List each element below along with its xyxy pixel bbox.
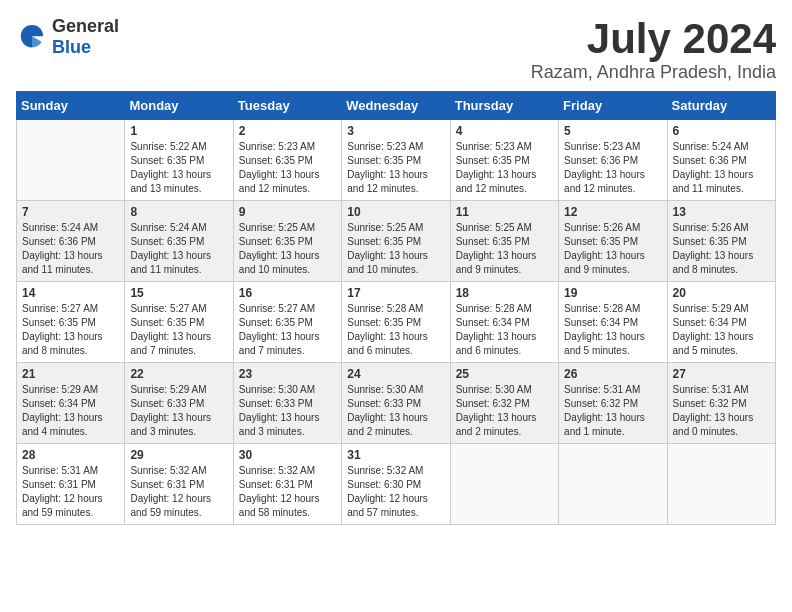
calendar-cell: 11Sunrise: 5:25 AMSunset: 6:35 PMDayligh… bbox=[450, 201, 558, 282]
day-info: Sunrise: 5:27 AMSunset: 6:35 PMDaylight:… bbox=[22, 302, 119, 358]
calendar-body: 1Sunrise: 5:22 AMSunset: 6:35 PMDaylight… bbox=[17, 120, 776, 525]
logo: General Blue bbox=[16, 16, 119, 58]
day-info: Sunrise: 5:30 AMSunset: 6:32 PMDaylight:… bbox=[456, 383, 553, 439]
calendar-cell bbox=[559, 444, 667, 525]
day-number: 13 bbox=[673, 205, 770, 219]
day-info: Sunrise: 5:24 AMSunset: 6:36 PMDaylight:… bbox=[22, 221, 119, 277]
day-info: Sunrise: 5:24 AMSunset: 6:36 PMDaylight:… bbox=[673, 140, 770, 196]
calendar-cell: 16Sunrise: 5:27 AMSunset: 6:35 PMDayligh… bbox=[233, 282, 341, 363]
calendar-cell: 9Sunrise: 5:25 AMSunset: 6:35 PMDaylight… bbox=[233, 201, 341, 282]
logo-blue: Blue bbox=[52, 37, 91, 57]
calendar-cell: 24Sunrise: 5:30 AMSunset: 6:33 PMDayligh… bbox=[342, 363, 450, 444]
day-number: 6 bbox=[673, 124, 770, 138]
day-info: Sunrise: 5:25 AMSunset: 6:35 PMDaylight:… bbox=[239, 221, 336, 277]
day-number: 16 bbox=[239, 286, 336, 300]
day-number: 21 bbox=[22, 367, 119, 381]
day-number: 30 bbox=[239, 448, 336, 462]
day-number: 9 bbox=[239, 205, 336, 219]
calendar-cell: 27Sunrise: 5:31 AMSunset: 6:32 PMDayligh… bbox=[667, 363, 775, 444]
day-number: 14 bbox=[22, 286, 119, 300]
title-block: July 2024 Razam, Andhra Pradesh, India bbox=[531, 16, 776, 83]
day-number: 15 bbox=[130, 286, 227, 300]
calendar-cell: 10Sunrise: 5:25 AMSunset: 6:35 PMDayligh… bbox=[342, 201, 450, 282]
main-title: July 2024 bbox=[531, 16, 776, 62]
calendar-cell: 2Sunrise: 5:23 AMSunset: 6:35 PMDaylight… bbox=[233, 120, 341, 201]
day-info: Sunrise: 5:28 AMSunset: 6:35 PMDaylight:… bbox=[347, 302, 444, 358]
day-number: 22 bbox=[130, 367, 227, 381]
day-number: 10 bbox=[347, 205, 444, 219]
calendar-cell: 5Sunrise: 5:23 AMSunset: 6:36 PMDaylight… bbox=[559, 120, 667, 201]
calendar-week-4: 21Sunrise: 5:29 AMSunset: 6:34 PMDayligh… bbox=[17, 363, 776, 444]
day-info: Sunrise: 5:29 AMSunset: 6:34 PMDaylight:… bbox=[22, 383, 119, 439]
calendar-cell: 15Sunrise: 5:27 AMSunset: 6:35 PMDayligh… bbox=[125, 282, 233, 363]
calendar-cell: 30Sunrise: 5:32 AMSunset: 6:31 PMDayligh… bbox=[233, 444, 341, 525]
day-number: 7 bbox=[22, 205, 119, 219]
day-info: Sunrise: 5:31 AMSunset: 6:32 PMDaylight:… bbox=[564, 383, 661, 439]
day-number: 27 bbox=[673, 367, 770, 381]
day-info: Sunrise: 5:25 AMSunset: 6:35 PMDaylight:… bbox=[456, 221, 553, 277]
header-row: SundayMondayTuesdayWednesdayThursdayFrid… bbox=[17, 92, 776, 120]
day-info: Sunrise: 5:28 AMSunset: 6:34 PMDaylight:… bbox=[564, 302, 661, 358]
day-number: 3 bbox=[347, 124, 444, 138]
day-number: 26 bbox=[564, 367, 661, 381]
day-number: 24 bbox=[347, 367, 444, 381]
calendar-cell: 18Sunrise: 5:28 AMSunset: 6:34 PMDayligh… bbox=[450, 282, 558, 363]
col-header-wednesday: Wednesday bbox=[342, 92, 450, 120]
col-header-friday: Friday bbox=[559, 92, 667, 120]
calendar-cell: 22Sunrise: 5:29 AMSunset: 6:33 PMDayligh… bbox=[125, 363, 233, 444]
day-number: 8 bbox=[130, 205, 227, 219]
calendar-table: SundayMondayTuesdayWednesdayThursdayFrid… bbox=[16, 91, 776, 525]
calendar-cell: 31Sunrise: 5:32 AMSunset: 6:30 PMDayligh… bbox=[342, 444, 450, 525]
calendar-cell: 13Sunrise: 5:26 AMSunset: 6:35 PMDayligh… bbox=[667, 201, 775, 282]
day-info: Sunrise: 5:29 AMSunset: 6:34 PMDaylight:… bbox=[673, 302, 770, 358]
day-info: Sunrise: 5:22 AMSunset: 6:35 PMDaylight:… bbox=[130, 140, 227, 196]
calendar-cell: 23Sunrise: 5:30 AMSunset: 6:33 PMDayligh… bbox=[233, 363, 341, 444]
calendar-cell: 17Sunrise: 5:28 AMSunset: 6:35 PMDayligh… bbox=[342, 282, 450, 363]
day-info: Sunrise: 5:23 AMSunset: 6:35 PMDaylight:… bbox=[347, 140, 444, 196]
day-info: Sunrise: 5:31 AMSunset: 6:32 PMDaylight:… bbox=[673, 383, 770, 439]
calendar-header: SundayMondayTuesdayWednesdayThursdayFrid… bbox=[17, 92, 776, 120]
calendar-cell: 21Sunrise: 5:29 AMSunset: 6:34 PMDayligh… bbox=[17, 363, 125, 444]
day-info: Sunrise: 5:32 AMSunset: 6:31 PMDaylight:… bbox=[239, 464, 336, 520]
day-info: Sunrise: 5:26 AMSunset: 6:35 PMDaylight:… bbox=[673, 221, 770, 277]
calendar-cell: 4Sunrise: 5:23 AMSunset: 6:35 PMDaylight… bbox=[450, 120, 558, 201]
subtitle: Razam, Andhra Pradesh, India bbox=[531, 62, 776, 83]
calendar-cell: 1Sunrise: 5:22 AMSunset: 6:35 PMDaylight… bbox=[125, 120, 233, 201]
calendar-cell: 28Sunrise: 5:31 AMSunset: 6:31 PMDayligh… bbox=[17, 444, 125, 525]
col-header-monday: Monday bbox=[125, 92, 233, 120]
day-number: 19 bbox=[564, 286, 661, 300]
day-info: Sunrise: 5:23 AMSunset: 6:36 PMDaylight:… bbox=[564, 140, 661, 196]
calendar-cell bbox=[667, 444, 775, 525]
calendar-cell: 7Sunrise: 5:24 AMSunset: 6:36 PMDaylight… bbox=[17, 201, 125, 282]
calendar-cell: 14Sunrise: 5:27 AMSunset: 6:35 PMDayligh… bbox=[17, 282, 125, 363]
calendar-week-5: 28Sunrise: 5:31 AMSunset: 6:31 PMDayligh… bbox=[17, 444, 776, 525]
day-number: 31 bbox=[347, 448, 444, 462]
calendar-cell bbox=[17, 120, 125, 201]
day-number: 29 bbox=[130, 448, 227, 462]
day-info: Sunrise: 5:23 AMSunset: 6:35 PMDaylight:… bbox=[239, 140, 336, 196]
day-number: 25 bbox=[456, 367, 553, 381]
calendar-cell: 12Sunrise: 5:26 AMSunset: 6:35 PMDayligh… bbox=[559, 201, 667, 282]
day-number: 1 bbox=[130, 124, 227, 138]
day-info: Sunrise: 5:32 AMSunset: 6:31 PMDaylight:… bbox=[130, 464, 227, 520]
day-info: Sunrise: 5:25 AMSunset: 6:35 PMDaylight:… bbox=[347, 221, 444, 277]
day-info: Sunrise: 5:27 AMSunset: 6:35 PMDaylight:… bbox=[239, 302, 336, 358]
logo-icon bbox=[16, 21, 48, 53]
calendar-cell: 26Sunrise: 5:31 AMSunset: 6:32 PMDayligh… bbox=[559, 363, 667, 444]
day-info: Sunrise: 5:27 AMSunset: 6:35 PMDaylight:… bbox=[130, 302, 227, 358]
day-info: Sunrise: 5:32 AMSunset: 6:30 PMDaylight:… bbox=[347, 464, 444, 520]
logo-general: General bbox=[52, 16, 119, 36]
calendar-cell: 25Sunrise: 5:30 AMSunset: 6:32 PMDayligh… bbox=[450, 363, 558, 444]
day-number: 11 bbox=[456, 205, 553, 219]
day-info: Sunrise: 5:29 AMSunset: 6:33 PMDaylight:… bbox=[130, 383, 227, 439]
day-info: Sunrise: 5:26 AMSunset: 6:35 PMDaylight:… bbox=[564, 221, 661, 277]
col-header-thursday: Thursday bbox=[450, 92, 558, 120]
calendar-week-2: 7Sunrise: 5:24 AMSunset: 6:36 PMDaylight… bbox=[17, 201, 776, 282]
calendar-cell: 19Sunrise: 5:28 AMSunset: 6:34 PMDayligh… bbox=[559, 282, 667, 363]
day-number: 17 bbox=[347, 286, 444, 300]
day-info: Sunrise: 5:28 AMSunset: 6:34 PMDaylight:… bbox=[456, 302, 553, 358]
calendar-cell bbox=[450, 444, 558, 525]
col-header-tuesday: Tuesday bbox=[233, 92, 341, 120]
day-number: 12 bbox=[564, 205, 661, 219]
day-number: 20 bbox=[673, 286, 770, 300]
